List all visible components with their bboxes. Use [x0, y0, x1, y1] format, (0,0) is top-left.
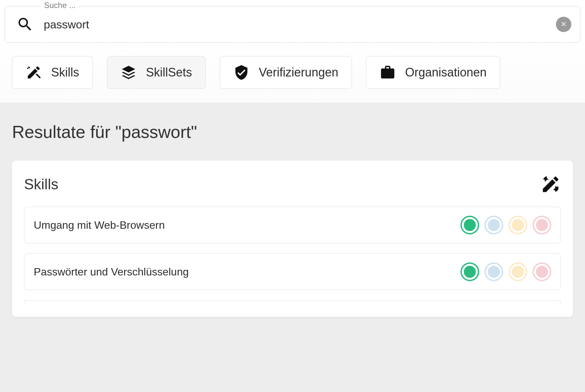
tabs-row: Skills SkillSets Verifizierungen Organis…: [0, 43, 585, 103]
level-dot-blue[interactable]: [484, 262, 503, 281]
clear-search-button[interactable]: [556, 17, 571, 32]
tab-label: Verifizierungen: [259, 65, 338, 79]
search-input[interactable]: [44, 18, 546, 31]
level-indicators: [460, 216, 551, 234]
tab-verifications[interactable]: Verifizierungen: [220, 56, 352, 89]
skills-card: Skills Umgang mit Web-Browsern Passwörte…: [12, 161, 573, 317]
tab-label: Skills: [51, 65, 79, 79]
level-dot-red[interactable]: [533, 216, 551, 234]
tools-icon: [540, 174, 561, 195]
briefcase-icon: [380, 64, 396, 80]
level-dot-red[interactable]: [533, 262, 551, 281]
level-dot-yellow[interactable]: [509, 216, 527, 234]
level-dot-green[interactable]: [460, 262, 479, 281]
search-legend: Suche ...: [41, 1, 78, 10]
shield-check-icon: [233, 64, 249, 80]
level-dot-blue[interactable]: [484, 216, 503, 234]
level-dot-yellow[interactable]: [509, 262, 527, 281]
close-icon: [560, 20, 567, 29]
card-title: Skills: [24, 176, 58, 193]
search-icon: [16, 16, 34, 33]
level-indicators: [460, 262, 551, 281]
card-header: Skills: [24, 174, 561, 195]
skill-row-partial[interactable]: [24, 300, 561, 304]
search-container: Suche ...: [5, 6, 580, 43]
skill-row[interactable]: Umgang mit Web-Browsern: [24, 207, 561, 243]
tools-icon: [26, 64, 42, 80]
skill-row[interactable]: Passwörter und Verschlüsselung: [24, 253, 561, 290]
tab-organisations[interactable]: Organisationen: [366, 56, 500, 89]
skill-name: Umgang mit Web-Browsern: [34, 219, 165, 231]
layers-icon: [121, 64, 137, 80]
skill-name: Passwörter und Verschlüsselung: [34, 266, 189, 278]
tab-label: SkillSets: [146, 65, 192, 79]
search-box: [5, 6, 580, 43]
results-heading: Resultate für "passwort": [12, 122, 573, 142]
tab-label: Organisationen: [405, 65, 486, 79]
results-area: Resultate für "passwort" Skills Umgang m…: [0, 103, 585, 392]
tab-skills[interactable]: Skills: [12, 56, 93, 89]
tab-skillsets[interactable]: SkillSets: [107, 56, 206, 89]
level-dot-green[interactable]: [460, 216, 479, 234]
